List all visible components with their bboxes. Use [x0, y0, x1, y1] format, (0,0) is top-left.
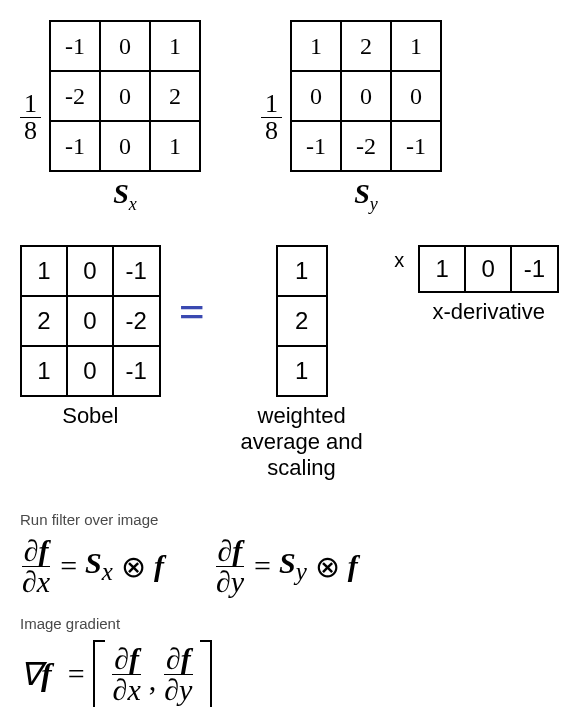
- table-row: 1: [277, 346, 327, 396]
- row-vector: 10-1: [418, 245, 559, 293]
- cell: 2: [21, 296, 67, 346]
- col-vector-block: 1 2 1 weighted average and scaling: [223, 245, 380, 481]
- cell: -1: [113, 246, 160, 296]
- table-row: -101: [50, 21, 200, 71]
- dfdx-equation: ∂f ∂x = Sx ⊗ f: [20, 536, 164, 597]
- var-f: f: [38, 534, 48, 567]
- cell: -2: [113, 296, 160, 346]
- heading-image-gradient: Image gradient: [20, 615, 559, 632]
- f-symbol: f: [348, 549, 358, 583]
- sx-kernel-block: -101 -202 -101 Sx: [49, 20, 201, 215]
- cell: 2: [341, 21, 391, 71]
- cell: 0: [100, 121, 150, 171]
- table-row: 10-1: [419, 246, 558, 292]
- top-kernel-row: 1 8 -101 -202 -101 Sx 1 8 121 000 -1-2-1…: [20, 20, 559, 225]
- gradient-bracket: ∂f ∂x , ∂f ∂y: [93, 640, 213, 707]
- table-row: 000: [291, 71, 441, 121]
- equals: =: [68, 657, 85, 691]
- var-f: f: [232, 534, 242, 567]
- cell: 0: [341, 71, 391, 121]
- partial-symbol: ∂: [22, 565, 37, 598]
- label-sub: x: [129, 194, 137, 214]
- cell: -1: [50, 21, 100, 71]
- cell: 1: [150, 21, 200, 71]
- partial-symbol: ∂: [24, 534, 39, 567]
- label-sub: y: [370, 194, 378, 214]
- row-vector-block: 10-1 x-derivative: [418, 245, 559, 325]
- cell: 2: [150, 71, 200, 121]
- sx-fraction: 1 8: [20, 91, 41, 144]
- row-caption: x-derivative: [432, 299, 544, 325]
- cell: -1: [113, 346, 160, 396]
- sx-kernel: -101 -202 -101: [49, 20, 201, 172]
- cell: 1: [391, 21, 441, 71]
- cell: -2: [50, 71, 100, 121]
- sy-kernel: 121 000 -1-2-1: [290, 20, 442, 172]
- partial-symbol: ∂: [218, 534, 233, 567]
- sy-fraction: 1 8: [261, 91, 282, 144]
- frac-num: 1: [20, 91, 41, 118]
- cell: -1: [391, 121, 441, 171]
- table-row: -101: [50, 121, 200, 171]
- partial-fraction: ∂f ∂x: [20, 536, 52, 597]
- cell: 1: [21, 346, 67, 396]
- sobel-block: 10-1 20-2 10-1 Sobel: [20, 245, 161, 429]
- cell: -1: [50, 121, 100, 171]
- sy-symbol: Sy: [279, 546, 307, 586]
- cell: -2: [341, 121, 391, 171]
- f-symbol: f: [154, 549, 164, 583]
- table-row: 10-1: [21, 346, 160, 396]
- frac-den: 8: [20, 118, 41, 144]
- table-row: 20-2: [21, 296, 160, 346]
- cell: -1: [511, 246, 558, 292]
- frac-den: 8: [261, 118, 282, 144]
- table-row: -202: [50, 71, 200, 121]
- equals: =: [254, 549, 271, 583]
- partial-fraction: ∂f ∂x: [111, 644, 143, 705]
- multiply-sign: x: [394, 249, 404, 272]
- gradient-equation: ∇ f = ∂f ∂x , ∂f ∂y: [20, 640, 559, 707]
- table-row: 121: [291, 21, 441, 71]
- sy-label: Sy: [354, 178, 378, 215]
- var-y: y: [231, 565, 244, 598]
- nabla-symbol: ∇: [20, 655, 41, 693]
- dfdy-equation: ∂f ∂y = Sy ⊗ f: [214, 536, 358, 597]
- sx-symbol: Sx: [85, 546, 113, 586]
- table-row: 10-1: [21, 246, 160, 296]
- right-bracket-icon: [200, 640, 212, 707]
- label-main: S: [113, 178, 129, 209]
- cell: 1: [277, 346, 327, 396]
- heading-run-filter: Run filter over image: [20, 511, 559, 528]
- equals: =: [60, 549, 77, 583]
- cell: 0: [391, 71, 441, 121]
- cell: 1: [419, 246, 465, 292]
- cell: 1: [277, 246, 327, 296]
- sobel-caption: Sobel: [62, 403, 118, 429]
- var-x: x: [37, 565, 50, 598]
- f-symbol: f: [41, 656, 52, 693]
- sobel-kernel: 10-1 20-2 10-1: [20, 245, 161, 397]
- table-row: 2: [277, 296, 327, 346]
- otimes-symbol: ⊗: [315, 549, 340, 584]
- left-bracket-icon: [93, 640, 105, 707]
- sy-kernel-block: 121 000 -1-2-1 Sy: [290, 20, 442, 215]
- cell: 1: [291, 21, 341, 71]
- equals-sign: =: [179, 285, 205, 338]
- comma: ,: [149, 663, 157, 705]
- cell: 0: [100, 71, 150, 121]
- cell: 0: [291, 71, 341, 121]
- cell: 1: [150, 121, 200, 171]
- cell: 0: [100, 21, 150, 71]
- partial-fraction: ∂f ∂y: [214, 536, 246, 597]
- cell: -1: [291, 121, 341, 171]
- cell: 0: [67, 346, 113, 396]
- cell: 2: [277, 296, 327, 346]
- sx-block: 1 8 -101 -202 -101 Sx: [20, 20, 201, 215]
- col-caption: weighted average and scaling: [223, 403, 380, 481]
- label-main: S: [354, 178, 370, 209]
- sx-label: Sx: [113, 178, 137, 215]
- cell: 1: [21, 246, 67, 296]
- partial-symbol: ∂: [216, 565, 231, 598]
- sy-block: 1 8 121 000 -1-2-1 Sy: [261, 20, 442, 215]
- col-vector: 1 2 1: [276, 245, 328, 397]
